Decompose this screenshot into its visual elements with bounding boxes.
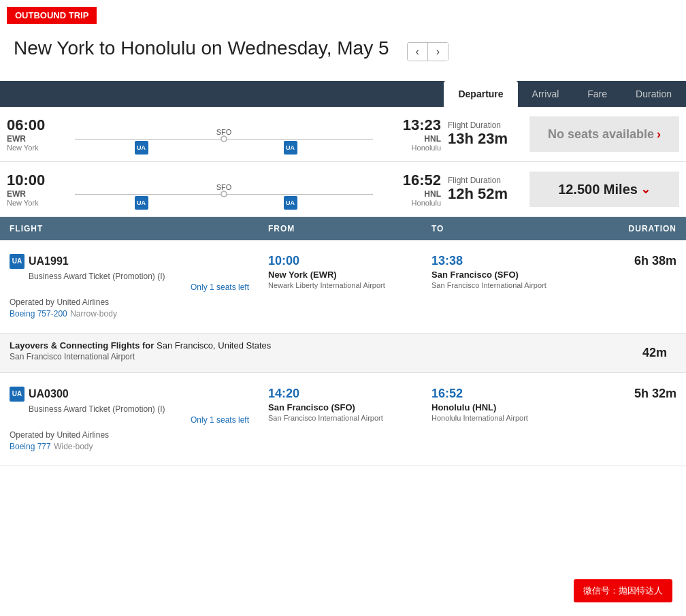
- arrive-city-2: Honolulu: [387, 199, 441, 207]
- segment-duration-1: 6h 38m: [558, 248, 686, 325]
- flight-route-1: 06:00 EWR New York SFO UA UA 13:23 HNL H…: [7, 116, 529, 152]
- flight-num-label-1: UA1991: [29, 255, 69, 268]
- depart-block-1: 06:00 EWR New York: [7, 116, 61, 152]
- duration-time-2: 12h 52m: [448, 185, 529, 203]
- flight-route-2: 10:00 EWR New York SFO UA UA 16:52 HNL H…: [7, 172, 529, 207]
- no-seats-label: No seats available: [548, 127, 654, 142]
- ua-icon-1: UA: [10, 254, 24, 269]
- depart-time-1: 06:00: [7, 116, 61, 134]
- depart-code-1: EWR: [7, 134, 61, 144]
- seats-left-2: Only 1 seats left: [10, 415, 249, 425]
- page-title: New York to Honolulu on Wednesday, May 5: [7, 33, 396, 70]
- sort-departure-button[interactable]: Departure: [444, 81, 517, 107]
- depart-city-1: New York: [7, 144, 61, 152]
- seats-left-1: Only 1 seats left: [10, 282, 249, 292]
- arrive-time-1: 13:23: [387, 116, 441, 134]
- layover-city: San Francisco, United States: [157, 340, 271, 351]
- aircraft-type-1: Narrow-body: [70, 309, 117, 319]
- next-date-button[interactable]: ›: [428, 43, 448, 61]
- flight-line-area-1: SFO UA UA: [68, 128, 380, 141]
- depart-block-2: 10:00 EWR New York: [7, 172, 61, 207]
- prev-date-button[interactable]: ‹: [408, 43, 428, 61]
- arrive-block-2: 16:52 HNL Honolulu: [387, 172, 441, 207]
- to-time-2: 16:52: [431, 387, 549, 401]
- from-airport-full-1: Newark Liberty International Airport: [268, 281, 412, 289]
- depart-city-2: New York: [7, 199, 61, 207]
- from-time-2: 14:20: [268, 387, 412, 401]
- layover-airport: San Francisco International Airport: [10, 352, 633, 361]
- sort-duration-button[interactable]: Duration: [621, 81, 686, 107]
- duration-block-1: Flight Duration 13h 23m: [441, 120, 529, 148]
- from-airport-1: New York (EWR): [268, 270, 412, 280]
- to-airport-1: San Francisco (SFO): [431, 270, 549, 280]
- miles-label: 12.500 Miles: [558, 182, 638, 197]
- airline-icon-right-2: UA: [284, 196, 297, 210]
- to-airport-full-1: San Francisco International Airport: [431, 281, 549, 289]
- arrive-code-2: HNL: [387, 189, 441, 199]
- segment-to-1: 13:38 San Francisco (SFO) San Francisco …: [422, 248, 558, 325]
- arrive-time-2: 16:52: [387, 172, 441, 189]
- duration-time-1: 13h 23m: [448, 130, 529, 148]
- outbound-badge: OUTBOUND TRIP: [7, 7, 97, 24]
- flight-line-2: UA UA: [75, 194, 373, 195]
- flight-action-1[interactable]: No seats available ›: [529, 116, 679, 152]
- col-header-from: FROM: [259, 217, 422, 240]
- action-chevron-2: ⌄: [640, 182, 651, 197]
- segment-duration-2: 5h 32m: [558, 381, 686, 457]
- flight-action-2[interactable]: 12.500 Miles ⌄: [529, 172, 679, 207]
- flight-line-area-2: SFO UA UA: [68, 183, 380, 196]
- flight-number-1: UA UA1991: [10, 254, 249, 269]
- ticket-type-1: Business Award Ticket (Promotion) (I): [10, 272, 249, 281]
- sort-fare-button[interactable]: Fare: [573, 81, 621, 107]
- aircraft-type-2: Wide-body: [54, 442, 93, 451]
- duration-label-2: Flight Duration: [448, 176, 529, 185]
- to-airport-full-2: Honolulu International Airport: [431, 414, 549, 422]
- depart-code-2: EWR: [7, 189, 61, 199]
- airline-icon-right-1: UA: [284, 141, 297, 155]
- stopover-1: SFO: [216, 128, 232, 136]
- segment-row-1: UA UA1991 Business Award Ticket (Promoti…: [0, 240, 686, 334]
- from-time-1: 10:00: [268, 254, 412, 268]
- from-airport-full-2: San Francisco International Airport: [268, 414, 412, 422]
- ua-icon-2: UA: [10, 387, 24, 402]
- segment-row-2: UA UA0300 Business Award Ticket (Promoti…: [0, 373, 686, 466]
- col-header-flight: FLIGHT: [0, 217, 259, 240]
- from-airport-2: San Francisco (SFO): [268, 402, 412, 412]
- segment-from-1: 10:00 New York (EWR) Newark Liberty Inte…: [259, 248, 422, 325]
- col-header-to: TO: [422, 217, 558, 240]
- layover-duration: 42m: [633, 340, 676, 366]
- to-airport-2: Honolulu (HNL): [431, 402, 549, 412]
- duration-label-1: Flight Duration: [448, 120, 529, 130]
- airline-icon-left-1: UA: [135, 141, 148, 155]
- operated-by-1: Operated by United Airlines: [10, 297, 249, 307]
- aircraft-link-2[interactable]: Boeing 777: [10, 442, 51, 451]
- action-chevron-1: ›: [657, 127, 661, 142]
- flight-number-2: UA UA0300: [10, 387, 249, 402]
- sort-bar: Departure Arrival Fare Duration: [0, 81, 686, 107]
- to-time-1: 13:38: [431, 254, 549, 268]
- segment-from-2: 14:20 San Francisco (SFO) San Francisco …: [259, 381, 422, 457]
- aircraft-link-1[interactable]: Boeing 757-200: [10, 309, 67, 319]
- flight-card-2: 10:00 EWR New York SFO UA UA 16:52 HNL H…: [0, 162, 686, 217]
- arrive-city-1: Honolulu: [387, 144, 441, 152]
- airline-icon-left-2: UA: [135, 196, 148, 210]
- segment-flight-1: UA UA1991 Business Award Ticket (Promoti…: [0, 248, 259, 325]
- arrive-code-1: HNL: [387, 134, 441, 144]
- bottom-spacer: [0, 466, 686, 507]
- ticket-type-2: Business Award Ticket (Promotion) (I): [10, 404, 249, 414]
- depart-time-2: 10:00: [7, 172, 61, 189]
- layover-bold: Layovers & Connecting Flights for: [10, 340, 154, 351]
- segment-flight-2: UA UA0300 Business Award Ticket (Promoti…: [0, 381, 259, 457]
- expanded-table-header: FLIGHT FROM TO DURATION: [0, 217, 686, 240]
- sort-arrival-button[interactable]: Arrival: [518, 81, 574, 107]
- flight-line-1: UA UA: [75, 139, 373, 140]
- layover-row: Layovers & Connecting Flights for San Fr…: [0, 334, 686, 373]
- flight-card-1: 06:00 EWR New York SFO UA UA 13:23 HNL H…: [0, 107, 686, 162]
- duration-block-2: Flight Duration 12h 52m: [441, 176, 529, 203]
- flight-num-label-2: UA0300: [29, 388, 69, 400]
- operated-by-2: Operated by United Airlines: [10, 430, 249, 440]
- date-nav[interactable]: ‹ ›: [407, 42, 449, 61]
- layover-text: Layovers & Connecting Flights for San Fr…: [10, 340, 633, 366]
- segment-to-2: 16:52 Honolulu (HNL) Honolulu Internatio…: [422, 381, 558, 457]
- stopover-2: SFO: [216, 183, 232, 191]
